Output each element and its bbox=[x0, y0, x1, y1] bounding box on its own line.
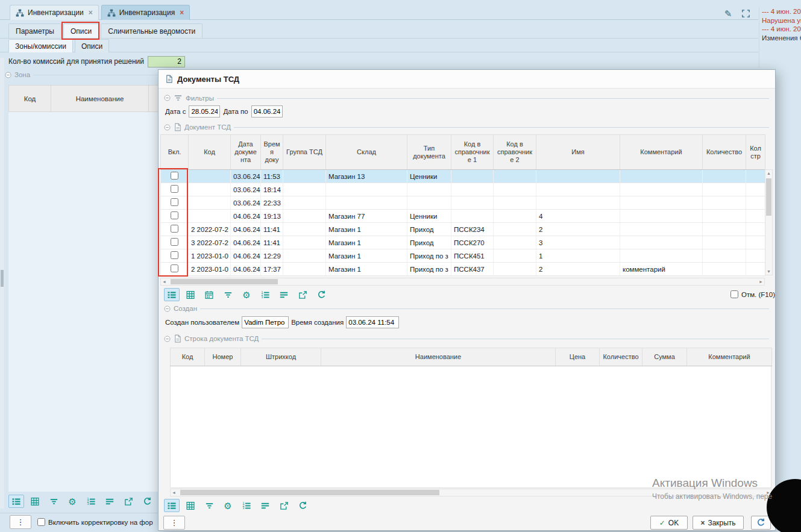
column-header[interactable]: Имя bbox=[536, 135, 620, 170]
adjust-checkbox-row[interactable]: Включить корректировку на фор bbox=[37, 518, 153, 526]
list-small-button[interactable] bbox=[102, 495, 118, 508]
cell-group[interactable] bbox=[283, 210, 326, 223]
cell-doc_type[interactable]: Приход bbox=[407, 236, 451, 249]
cell-lines[interactable] bbox=[746, 249, 765, 263]
column-header[interactable]: Наименование bbox=[321, 348, 556, 366]
list-view-button[interactable] bbox=[164, 288, 180, 301]
column-header[interactable]: Комментарий bbox=[620, 135, 703, 170]
cell-lines[interactable] bbox=[746, 183, 765, 196]
zone-column-naimenovanie[interactable]: Наименование bbox=[51, 86, 149, 112]
cell-name[interactable]: 2 bbox=[536, 223, 620, 236]
cell-code[interactable] bbox=[189, 196, 231, 210]
cell-name[interactable]: 1 bbox=[536, 249, 620, 263]
column-header[interactable]: Вкл. bbox=[161, 135, 189, 170]
cell-warehouse[interactable]: Магазин 1 bbox=[326, 249, 407, 263]
cell-code[interactable] bbox=[189, 183, 231, 196]
column-header[interactable]: Группа ТСД bbox=[283, 135, 326, 170]
cell-date[interactable]: 03.06.24 bbox=[231, 183, 261, 196]
cell-group[interactable] bbox=[283, 170, 326, 183]
column-header[interactable]: Номер bbox=[205, 348, 241, 366]
cell-warehouse[interactable] bbox=[326, 183, 407, 196]
filter-button[interactable] bbox=[46, 495, 61, 508]
document-row[interactable]: 1 2023-01-004.06.2412:29Магазин 1Приход … bbox=[161, 249, 765, 263]
column-header[interactable]: Комментарий bbox=[687, 348, 772, 366]
open-external-button[interactable] bbox=[121, 495, 136, 508]
cell-group[interactable] bbox=[283, 236, 326, 249]
cell-qty[interactable] bbox=[703, 170, 746, 183]
document-row[interactable]: 03.06.2422:33 bbox=[161, 196, 765, 210]
tab-close-icon[interactable]: × bbox=[89, 8, 93, 17]
cell-qty[interactable] bbox=[703, 236, 746, 249]
cell-include[interactable] bbox=[161, 263, 189, 276]
tab-parametry[interactable]: Параметры bbox=[8, 23, 61, 38]
cell-comment[interactable] bbox=[620, 183, 703, 196]
collapse-icon[interactable] bbox=[164, 336, 171, 342]
cell-time[interactable]: 17:37 bbox=[261, 263, 283, 276]
cell-warehouse[interactable]: Магазин 1 bbox=[326, 263, 407, 276]
cell-code[interactable] bbox=[189, 170, 231, 183]
dialog-menu-dots-button[interactable]: ⋮ bbox=[163, 516, 185, 530]
cell-ref2[interactable] bbox=[494, 183, 536, 196]
cell-time[interactable]: 19:13 bbox=[261, 210, 283, 223]
cell-ref1[interactable]: ПССК437 bbox=[451, 263, 494, 276]
tab-slichitelnye-vedomosti[interactable]: Сличительные ведомости bbox=[101, 23, 203, 38]
cell-time[interactable]: 11:41 bbox=[261, 236, 283, 249]
document-row[interactable]: 03.06.2411:53Магазин 13Ценники bbox=[161, 170, 765, 183]
cell-time[interactable]: 12:29 bbox=[261, 249, 283, 263]
grid-view-button[interactable] bbox=[183, 499, 198, 512]
documents-vscroll[interactable]: ▲ ▼ bbox=[765, 169, 773, 275]
cell-qty[interactable] bbox=[703, 196, 746, 210]
refresh-button[interactable] bbox=[313, 288, 329, 301]
refresh-button[interactable] bbox=[139, 495, 155, 508]
column-header[interactable]: Код bbox=[171, 348, 205, 366]
cell-code[interactable]: 2 2023-01-0 bbox=[189, 263, 231, 276]
cell-doc_type[interactable]: Приход bbox=[407, 223, 451, 236]
column-header[interactable]: Количество bbox=[600, 348, 642, 366]
cell-code[interactable] bbox=[189, 210, 231, 223]
calendar-button[interactable] bbox=[201, 288, 217, 301]
document-row[interactable]: 2 2022-07-204.06.2411:41Магазин 1ПриходП… bbox=[161, 223, 765, 236]
cell-warehouse[interactable] bbox=[326, 196, 407, 210]
cell-comment[interactable] bbox=[620, 170, 703, 183]
tab-opisi[interactable]: Описи bbox=[63, 23, 99, 38]
cell-time[interactable]: 18:14 bbox=[261, 183, 283, 196]
cell-ref1[interactable] bbox=[451, 210, 494, 223]
cell-qty[interactable] bbox=[703, 223, 746, 236]
settings-button[interactable]: ⚙ bbox=[239, 288, 254, 301]
cell-comment[interactable] bbox=[620, 196, 703, 210]
cell-comment[interactable] bbox=[620, 223, 703, 236]
numbered-list-button[interactable]: 123 bbox=[239, 499, 254, 512]
cell-name[interactable]: 2 bbox=[536, 263, 620, 276]
row-include-checkbox[interactable] bbox=[171, 225, 178, 233]
adjust-checkbox[interactable] bbox=[37, 518, 45, 526]
cell-time[interactable]: 11:53 bbox=[261, 170, 283, 183]
collapse-icon[interactable] bbox=[164, 95, 171, 101]
cell-warehouse[interactable]: Магазин 1 bbox=[326, 236, 407, 249]
cell-include[interactable] bbox=[161, 249, 189, 263]
column-header[interactable]: Кол стр bbox=[746, 135, 765, 170]
cell-include[interactable] bbox=[161, 170, 189, 183]
numbered-list-button[interactable]: 123 bbox=[257, 288, 273, 301]
cell-date[interactable]: 04.06.24 bbox=[231, 263, 261, 276]
cell-name[interactable] bbox=[536, 183, 620, 196]
cell-date[interactable]: 04.06.24 bbox=[231, 223, 261, 236]
created-time-input[interactable] bbox=[346, 316, 399, 328]
numbered-list-button[interactable]: 123 bbox=[83, 495, 99, 508]
cell-ref2[interactable] bbox=[494, 263, 536, 276]
collapse-icon[interactable] bbox=[5, 72, 11, 78]
document-row[interactable]: 3 2022-07-204.06.2411:41Магазин 1ПриходП… bbox=[161, 236, 765, 249]
cell-lines[interactable] bbox=[746, 236, 765, 249]
cell-ref2[interactable] bbox=[494, 249, 536, 263]
otm-checkbox-row[interactable]: Отм. (F10) bbox=[730, 290, 775, 298]
cell-group[interactable] bbox=[283, 183, 326, 196]
menu-dots-button[interactable]: ⋮ bbox=[10, 515, 31, 529]
tab-inventarizaciya[interactable]: Инвентаризация × bbox=[101, 5, 190, 20]
tab-close-icon[interactable]: × bbox=[180, 8, 184, 17]
cell-ref2[interactable] bbox=[494, 223, 536, 236]
row-include-checkbox[interactable] bbox=[171, 172, 178, 180]
refresh-button[interactable] bbox=[751, 516, 771, 530]
otm-checkbox[interactable] bbox=[730, 290, 738, 298]
date-from-input[interactable] bbox=[189, 105, 220, 117]
scroll-thumb[interactable] bbox=[1, 270, 4, 287]
documents-hscroll[interactable]: ◄ ► bbox=[160, 278, 765, 286]
